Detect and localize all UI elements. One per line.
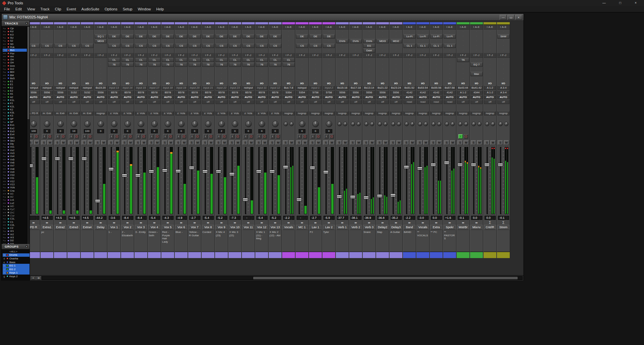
record-enable-button[interactable] [276,134,280,139]
mute-button[interactable]: M [61,140,66,145]
insert-slot[interactable]: · [162,77,174,81]
automation-mode-button[interactable]: AUTO [121,95,134,99]
solo-button[interactable]: S [431,140,436,145]
volume-display[interactable]: -8.4 [122,216,130,220]
track-list-item[interactable]: ▸E2 [3,86,27,89]
track-name-button[interactable]: MixAx [470,225,483,230]
insert-slot[interactable]: · [417,39,429,43]
track-name-button[interactable]: Extra [430,225,442,230]
output-selector[interactable]: B578 [135,90,147,95]
output-window-icon[interactable]: ▸▸ [476,221,478,224]
insert-slot[interactable]: · [457,72,469,76]
automation-mode-button[interactable]: AUTO [175,95,187,99]
solo-button[interactable]: S [269,140,275,145]
track-visibility-dot[interactable] [3,187,4,188]
insert-slot[interactable]: · [269,48,281,53]
solo-button[interactable]: S [68,140,73,145]
insert-slot[interactable]: · [403,72,415,76]
insert-slot[interactable]: · [229,67,241,71]
track-name-button[interactable]: Vox 13 [269,225,281,230]
output-selector[interactable]: 5152 [81,90,93,95]
output-window-icon[interactable]: ▸▸ [59,221,61,224]
insert-slot[interactable]: · [444,39,456,43]
insert-slot[interactable]: · [323,48,335,53]
insert-slot[interactable]: · [377,48,389,53]
track-name-button[interactable]: Verb 1 [336,225,348,230]
track-list-item[interactable]: ▸C1 [3,220,27,223]
output-selector[interactable]: 5556 [390,90,402,95]
insert-slot[interactable]: · [350,44,362,48]
track-visibility-dot[interactable] [3,81,4,82]
insert-slot[interactable]: · [497,58,509,62]
record-enable-button[interactable] [222,134,227,139]
insert-slot[interactable]: · [95,48,107,53]
automation-mode-button[interactable]: AUTO [497,95,509,99]
insert-slot[interactable]: DE [323,34,335,39]
track-visibility-dot[interactable] [3,143,4,144]
insert-slot[interactable]: · [430,62,442,67]
input-selector[interactable]: Input 14 [121,86,134,90]
insert-slot[interactable]: · [350,67,362,71]
input-monitor-button[interactable]: I [150,134,154,139]
output-window-icon[interactable]: ▸▸ [341,221,343,224]
output-window-icon[interactable]: ▸▸ [422,221,424,224]
output-selector[interactable]: B578 [215,90,228,95]
fader-handle[interactable] [202,170,208,173]
track-visibility-dot[interactable] [3,165,4,166]
insert-slot[interactable]: · [430,72,442,76]
insert-slot[interactable]: · [336,48,348,53]
insert-slot[interactable]: CS [296,44,308,48]
automation-mode-button[interactable]: AUTO [363,95,375,99]
insert-slot[interactable]: · [121,30,134,34]
pan-knob[interactable] [450,122,455,126]
track-list-item[interactable]: ▸KyC [3,208,27,211]
insert-slot[interactable]: · [256,77,268,81]
insert-slot[interactable]: · [215,39,228,43]
insert-slot[interactable]: · [30,77,40,81]
volume-display[interactable]: +4.5 [82,216,90,220]
volume-display[interactable]: -4.3 [162,216,170,220]
insert-slot[interactable]: DVrb [336,39,348,43]
insert-slot[interactable]: · [68,48,80,53]
output-selector[interactable]: 4142 [417,90,429,95]
insert-slot[interactable]: · [81,30,93,34]
insert-slot[interactable]: · [403,77,415,81]
solo-button[interactable]: S [41,140,47,145]
insert-slot[interactable]: · [189,72,201,76]
track-visibility-dot[interactable] [3,59,4,60]
insert-slot[interactable]: · [336,44,348,48]
record-enable-button[interactable] [195,134,200,139]
insert-slot[interactable]: · [444,62,456,67]
output-selector[interactable]: 5556 [377,90,389,95]
automation-mode-button[interactable]: AUTO [323,95,335,99]
insert-slot[interactable]: 76 [283,62,295,67]
track-list-item[interactable]: ▸DrC [3,211,27,214]
insert-slot[interactable]: · [30,58,40,62]
insert-slot[interactable]: · [256,39,268,43]
insert-slot[interactable]: · [108,48,120,53]
insert-slot[interactable]: · [470,58,483,62]
insert-slot[interactable]: 76 [229,62,241,67]
track-visibility-dot[interactable] [3,87,4,88]
track-visibility-dot[interactable] [3,203,4,204]
insert-slot[interactable]: · [323,39,335,43]
track-list-item[interactable]: ▸Vx4 [3,155,27,158]
mute-button[interactable]: M [249,140,254,145]
track-list-item[interactable]: ▸OH [3,61,27,64]
insert-slot[interactable]: · [296,62,308,67]
comment-field[interactable]: ** VOCALS [416,230,429,252]
insert-slot[interactable]: · [95,67,107,71]
output-window-icon[interactable]: ▸▸ [100,221,102,224]
mute-button[interactable]: M [504,140,509,145]
mix-window-title-bar[interactable]: Mix: FOTM2025-Night4 —▭× [2,14,524,21]
mute-button[interactable]: M [450,140,455,145]
automation-mode-button[interactable]: AUTO [81,95,93,99]
track-name-button[interactable]: Lav 2 [323,225,335,230]
insert-slot[interactable]: · [68,62,80,67]
mute-button[interactable]: M [101,140,106,145]
insert-slot[interactable]: · [283,39,295,43]
solo-button[interactable]: S [95,140,100,145]
track-name-button[interactable]: Vox 5 [162,225,174,230]
track-visibility-dot[interactable] [3,84,4,85]
record-enable-button[interactable] [75,134,79,139]
